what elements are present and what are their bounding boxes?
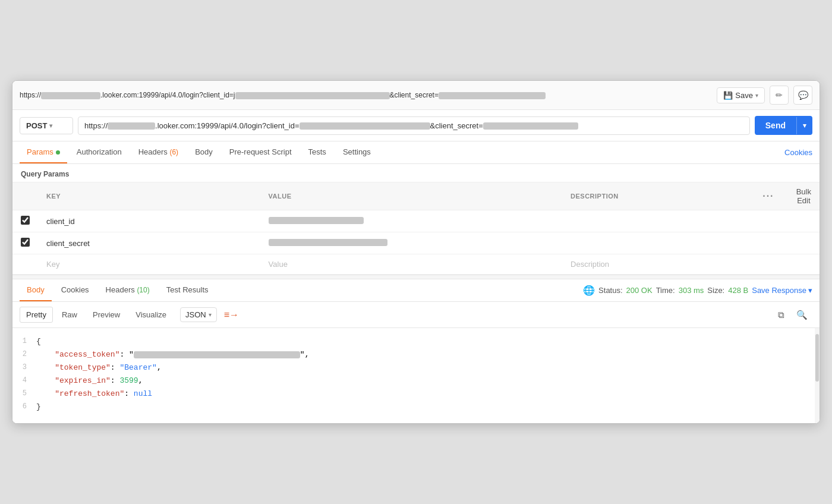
line-num-6: 6: [12, 401, 36, 412]
tab-headers-label: Headers: [138, 147, 168, 156]
tab-headers[interactable]: Headers (6): [131, 141, 185, 163]
code-area: 1 { 2 "access_token": " ", 3 "token_type…: [12, 328, 820, 423]
tab-authorization[interactable]: Authorization: [70, 141, 129, 163]
cookies-link[interactable]: Cookies: [784, 142, 812, 163]
postman-window: https:// .looker.com:19999/api/4.0/login…: [12, 80, 820, 424]
desc-placeholder[interactable]: Description: [571, 260, 609, 269]
fmt-tab-visualize-label: Visualize: [135, 310, 166, 319]
chevron-down-icon: ▾: [755, 92, 758, 99]
fmt-tab-preview[interactable]: Preview: [86, 307, 127, 323]
method-label: POST: [26, 121, 47, 130]
save-response-label: Save Response: [752, 286, 806, 295]
top-bar: https:// .looker.com:19999/api/4.0/login…: [12, 81, 820, 110]
tab-settings[interactable]: Settings: [336, 141, 378, 163]
save-button-top[interactable]: 💾 Save ▾: [717, 87, 765, 103]
tab-params[interactable]: Params: [20, 141, 67, 163]
param-checkbox-2[interactable]: [21, 238, 30, 247]
section-divider: [12, 275, 820, 279]
tab-body-label: Body: [195, 147, 213, 156]
edit-icon: ✏: [776, 90, 783, 100]
comment-button[interactable]: 💬: [793, 86, 812, 105]
url-input[interactable]: https:// .looker.com:19999/api/4.0/login…: [78, 116, 750, 135]
tab-authorization-label: Authorization: [77, 147, 122, 156]
save-response-chevron-icon: ▾: [808, 286, 812, 295]
response-tabs: Body Cookies Headers (10) Test Results 🌐…: [12, 279, 820, 302]
response-section: Body Cookies Headers (10) Test Results 🌐…: [12, 279, 820, 423]
json-val-token-type: "Bearer": [119, 363, 156, 372]
resp-tab-headers-label: Headers: [106, 285, 135, 294]
send-label: Send: [755, 116, 796, 135]
tab-tests[interactable]: Tests: [301, 141, 333, 163]
line-num-4: 4: [12, 374, 36, 386]
code-line-6: 6 }: [12, 401, 820, 414]
save-response-button[interactable]: Save Response ▾: [752, 286, 812, 295]
params-section: Query Params KEY VALUE DESCRIPTION ··· B…: [12, 164, 820, 275]
code-area-container: 1 { 2 "access_token": " ", 3 "token_type…: [12, 328, 820, 423]
scrollbar-track[interactable]: [815, 328, 820, 423]
status-value: 200 OK: [626, 286, 653, 295]
param-value-2: [269, 239, 387, 246]
comment-icon: 💬: [798, 90, 808, 100]
request-tabs: Params Authorization Headers (6) Body Pr…: [12, 141, 820, 164]
param-key-2: client_secret: [46, 239, 90, 248]
key-placeholder[interactable]: Key: [46, 260, 59, 269]
tab-prerequest[interactable]: Pre-request Script: [222, 141, 299, 163]
more-icon[interactable]: ···: [762, 191, 774, 201]
bulk-edit-button[interactable]: Bulk Edit: [796, 187, 811, 205]
fmt-tab-raw-label: Raw: [62, 310, 77, 319]
line-num-5: 5: [12, 388, 36, 399]
param-checkbox-1[interactable]: [21, 216, 30, 225]
json-format-label: JSON: [185, 310, 206, 319]
json-format-select[interactable]: JSON ▾: [180, 307, 217, 322]
search-icon[interactable]: 🔍: [792, 307, 812, 323]
code-line-4: 4 "expires_in": 3599,: [12, 374, 820, 388]
headers-resp-badge: (10): [137, 286, 149, 294]
json-key-refresh-token: "refresh_token": [55, 389, 124, 398]
bulk-edit-header: Bulk Edit: [788, 182, 820, 210]
table-row: client_secret: [12, 232, 820, 254]
access-token-value: [134, 351, 300, 358]
edit-button[interactable]: ✏: [770, 86, 789, 105]
col-actions-header: ···: [749, 182, 788, 210]
request-bar: POST ▾ https:// .looker.com:19999/api/4.…: [12, 110, 820, 141]
fmt-tab-raw[interactable]: Raw: [55, 307, 84, 323]
send-chevron-icon: ▾: [796, 117, 812, 134]
resp-tab-testresults-label: Test Results: [166, 285, 209, 294]
tab-body[interactable]: Body: [188, 141, 220, 163]
json-val-refresh-token: null: [134, 389, 152, 398]
time-value: 303 ms: [679, 286, 704, 295]
fmt-tab-visualize[interactable]: Visualize: [129, 307, 173, 323]
param-value-1: [269, 217, 364, 224]
send-button[interactable]: Send ▾: [755, 116, 812, 135]
json-val-expires-in: 3599: [119, 376, 138, 385]
table-row: client_id: [12, 210, 820, 232]
time-label: Time:: [656, 286, 675, 295]
resp-tab-cookies[interactable]: Cookies: [54, 279, 96, 301]
code-line-2: 2 "access_token": " ",: [12, 348, 820, 361]
format-bar: Pretty Raw Preview Visualize JSON ▾ ≡→ ⧉…: [12, 302, 820, 328]
chevron-down-icon: ▾: [49, 122, 52, 129]
code-line-5: 5 "refresh_token": null: [12, 388, 820, 401]
response-meta: 🌐 Status: 200 OK Time: 303 ms Size: 428 …: [583, 285, 812, 296]
fmt-tab-pretty[interactable]: Pretty: [20, 307, 53, 323]
scrollbar-thumb[interactable]: [815, 334, 819, 382]
tab-params-label: Params: [27, 147, 53, 156]
resp-tab-testresults[interactable]: Test Results: [159, 279, 216, 301]
tab-prerequest-label: Pre-request Script: [229, 147, 292, 156]
headers-badge: (6): [169, 148, 178, 156]
top-url: https:// .looker.com:19999/api/4.0/login…: [20, 91, 712, 99]
wrap-icon[interactable]: ≡→: [219, 307, 244, 323]
code-line-3: 3 "token_type": "Bearer",: [12, 361, 820, 374]
resp-tab-body-label: Body: [27, 285, 45, 294]
resp-tab-headers[interactable]: Headers (10): [99, 279, 157, 301]
method-select[interactable]: POST ▾: [20, 117, 73, 134]
col-value-header: VALUE: [260, 182, 562, 210]
resp-tab-body[interactable]: Body: [20, 279, 52, 301]
value-placeholder[interactable]: Value: [269, 260, 288, 269]
line-content-5: "refresh_token": null: [36, 388, 820, 401]
copy-icon[interactable]: ⧉: [773, 307, 789, 323]
fmt-tab-pretty-label: Pretty: [26, 310, 46, 319]
params-table: KEY VALUE DESCRIPTION ··· Bulk Edit: [12, 182, 820, 275]
resp-tab-cookies-label: Cookies: [61, 285, 89, 294]
fmt-tab-preview-label: Preview: [93, 310, 120, 319]
